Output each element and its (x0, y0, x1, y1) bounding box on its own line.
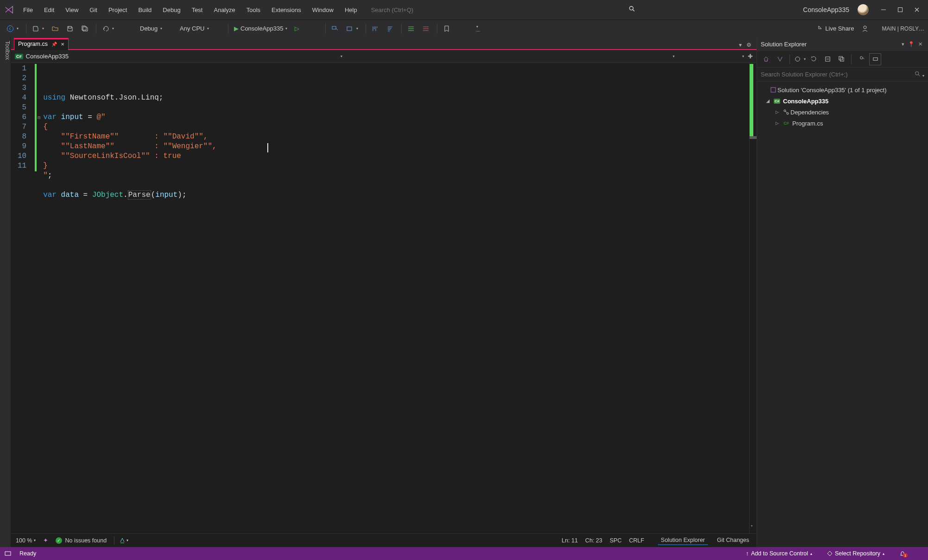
main-toolbar: Debug Any CPU ▶ ConsoleApp335 ▾ ▷ ▾— Liv… (0, 19, 928, 37)
csharp-file-icon: C# (782, 121, 790, 126)
cursor-line[interactable]: Ln: 11 (562, 537, 578, 544)
indent-mode[interactable]: SPC (610, 537, 622, 544)
menu-analyze[interactable]: Analyze (208, 3, 240, 17)
search-icon[interactable] (629, 6, 635, 14)
code-nav-bar: C# ConsoleApp335 ▾ ▾ ▾ ✚ (11, 50, 757, 63)
tree-dependencies-node[interactable]: ▷ Dependencies (759, 107, 926, 118)
panel-dropdown-icon[interactable]: ▾ (900, 41, 906, 47)
switch-view-icon[interactable] (774, 53, 786, 65)
search-icon[interactable]: ▾ (915, 71, 924, 78)
tab-strip: Program.cs 📌 ✕ ▾ ⚙ (11, 37, 757, 50)
live-share-label: Live Share (825, 25, 854, 32)
start-debug-button[interactable]: ▶ ConsoleApp335 ▾ (231, 23, 290, 34)
svg-rect-1 (898, 8, 902, 12)
preview-selected-icon[interactable] (869, 53, 881, 65)
menu-window[interactable]: Window (307, 3, 339, 17)
live-share-button[interactable]: Live Share (812, 23, 857, 34)
menu-tools[interactable]: Tools (241, 3, 266, 17)
notifications-icon[interactable] (899, 550, 906, 557)
user-avatar[interactable] (858, 4, 869, 15)
menu-build[interactable]: Build (133, 3, 157, 17)
quicklaunch-input[interactable] (371, 6, 478, 13)
nav-project[interactable]: ConsoleApp335 (26, 53, 69, 60)
tree-project-node[interactable]: ◢ C# ConsoleApp335 (759, 95, 926, 107)
pending-changes-icon[interactable] (794, 53, 806, 65)
maximize-button[interactable] (892, 3, 909, 17)
minimize-button[interactable] (875, 3, 892, 17)
comment-icon[interactable] (404, 23, 417, 34)
platform-dropdown[interactable]: Any CPU (177, 23, 223, 34)
add-to-source-control[interactable]: ↑Add to Source Control▴ (746, 550, 812, 557)
home-icon[interactable] (760, 53, 772, 65)
toolbar-overflow-icon[interactable]: ▾— (473, 23, 483, 35)
menu-test[interactable]: Test (186, 3, 208, 17)
svg-rect-12 (771, 88, 776, 92)
toolbox-sidebar[interactable]: Toolbox (0, 37, 11, 547)
show-all-files-icon[interactable] (835, 53, 847, 65)
svg-point-11 (915, 71, 919, 75)
menu-debug[interactable]: Debug (157, 3, 186, 17)
status-bar: Ready ↑Add to Source Control▴ Select Rep… (0, 547, 928, 560)
step-over-icon[interactable] (369, 23, 382, 34)
solution-explorer-header: Solution Explorer ▾ 📍 ✕ (757, 37, 928, 51)
overview-ruler[interactable]: ▴ ▾ (749, 63, 757, 533)
solution-root-label: Solution 'ConsoleApp335' (1 of 1 project… (777, 87, 887, 94)
save-all-button[interactable] (78, 23, 91, 34)
vs-logo-icon (3, 3, 16, 16)
save-button[interactable] (63, 23, 76, 34)
toolbar-icon-2[interactable] (343, 23, 361, 34)
cursor-col[interactable]: Ch: 23 (585, 537, 602, 544)
menu-help[interactable]: Help (339, 3, 363, 17)
menu-git[interactable]: Git (84, 3, 103, 17)
collapse-all-icon[interactable] (821, 53, 833, 65)
close-tab-icon[interactable]: ✕ (61, 42, 64, 47)
nav-back-button[interactable] (4, 23, 21, 34)
menu-extensions[interactable]: Extensions (266, 3, 307, 17)
lightbulb-icon[interactable]: ✦ (43, 537, 48, 544)
panel-tab-solution-explorer[interactable]: Solution Explorer (658, 536, 707, 545)
properties-icon[interactable] (855, 53, 867, 65)
svg-rect-10 (873, 58, 877, 61)
split-editor-icon[interactable]: ✚ (748, 53, 753, 60)
bookmark-icon[interactable] (440, 23, 453, 34)
code-area[interactable]: using Newtonsoft.Json.Linq;⊟var input = … (40, 63, 749, 533)
undo-button[interactable] (99, 23, 117, 34)
code-cleanup-icon[interactable]: ▾ (119, 537, 128, 544)
toolbar-icon-1[interactable] (328, 23, 341, 34)
tree-solution-node[interactable]: Solution 'ConsoleApp335' (1 of 1 project… (759, 84, 926, 95)
branch-indicator[interactable]: MAIN | ROSLY… (882, 25, 924, 32)
new-item-button[interactable] (29, 23, 47, 34)
panel-pin-icon[interactable]: 📍 (906, 41, 916, 47)
zoom-level[interactable]: 100 %▾ (16, 537, 36, 544)
tab-dropdown-icon[interactable]: ▾ (737, 41, 744, 49)
line-number-gutter: 1234567891011 (11, 63, 31, 533)
code-editor[interactable]: 1234567891011 using Newtonsoft.Json.Linq… (11, 63, 757, 533)
panel-tab-git-changes[interactable]: Git Changes (714, 536, 752, 545)
pin-tab-icon[interactable]: 📌 (51, 42, 57, 47)
menu-project[interactable]: Project (103, 3, 133, 17)
quicklaunch-search[interactable] (371, 6, 478, 13)
editor-pane: Program.cs 📌 ✕ ▾ ⚙ C# ConsoleApp335 ▾ ▾ … (11, 37, 757, 547)
line-ending[interactable]: CRLF (629, 537, 644, 544)
feedback-icon[interactable] (859, 23, 871, 34)
status-ready: Ready (19, 550, 36, 557)
file-tab-program-cs[interactable]: Program.cs 📌 ✕ (14, 38, 69, 50)
select-repository[interactable]: Select Repository▴ (827, 550, 884, 557)
tree-file-node[interactable]: ▷ C# Program.cs (759, 118, 926, 129)
panel-close-icon[interactable]: ✕ (916, 41, 924, 47)
solution-search-input[interactable] (761, 71, 915, 78)
close-button[interactable] (909, 3, 925, 17)
menu-edit[interactable]: Edit (38, 3, 60, 17)
solution-search[interactable]: ▾ (757, 68, 928, 82)
menu-file[interactable]: File (18, 3, 38, 17)
step-into-icon[interactable] (384, 23, 397, 34)
menu-view[interactable]: View (60, 3, 84, 17)
open-file-button[interactable] (49, 23, 62, 34)
tab-settings-icon[interactable]: ⚙ (744, 41, 754, 49)
issues-status[interactable]: ✓ No issues found (56, 537, 107, 544)
output-icon[interactable] (5, 550, 11, 557)
refresh-icon[interactable] (808, 53, 820, 65)
configuration-dropdown[interactable]: Debug (137, 23, 169, 34)
uncomment-icon[interactable] (419, 23, 432, 34)
start-without-debug-button[interactable]: ▷ (292, 23, 302, 34)
